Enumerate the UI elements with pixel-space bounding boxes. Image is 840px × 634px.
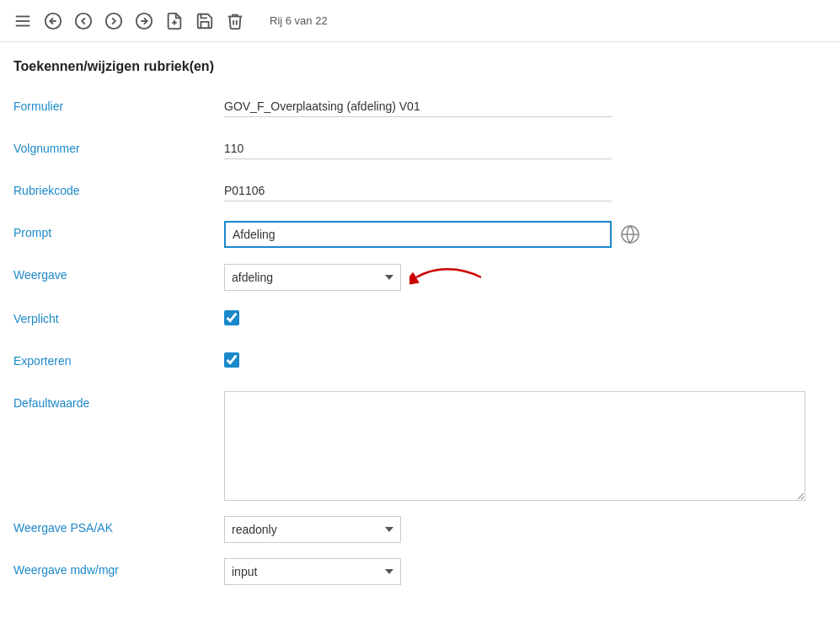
- verplicht-row: Verplicht: [13, 307, 827, 334]
- page-title: Toekennen/wijzigen rubriek(en): [13, 59, 827, 74]
- defaultwaarde-label: Defaultwaarde: [13, 391, 224, 410]
- weergave-row: Weergave afdeling input readonly hidden: [13, 263, 827, 292]
- exporteren-row: Exporteren: [13, 349, 827, 376]
- weergave-psa-label: Weergave PSA/AK: [13, 516, 224, 535]
- volgnummer-row: Volgnummer 110: [13, 137, 827, 164]
- save-icon[interactable]: [192, 8, 217, 34]
- rubriekcode-label: Rubriekcode: [13, 179, 224, 197]
- prompt-label: Prompt: [13, 221, 224, 239]
- defaultwaarde-textarea[interactable]: [224, 391, 805, 501]
- weergave-psa-select[interactable]: readonly input hidden: [224, 516, 401, 543]
- prompt-input[interactable]: [224, 221, 612, 248]
- verplicht-checkbox[interactable]: [224, 310, 239, 325]
- formulier-value: GOV_F_Overplaatsing (afdeling) V01: [224, 94, 612, 117]
- weergave-label: Weergave: [13, 263, 224, 282]
- weergave-wrapper: afdeling input readonly hidden: [224, 263, 485, 292]
- weergave-select[interactable]: afdeling input readonly hidden: [224, 264, 401, 291]
- svg-point-6: [106, 13, 121, 28]
- exporteren-label: Exporteren: [13, 349, 224, 368]
- forward-icon[interactable]: [131, 8, 157, 34]
- weergave-psa-row: Weergave PSA/AK readonly input hidden: [13, 516, 827, 543]
- rubriekcode-value: P01106: [224, 179, 612, 201]
- weergave-mdw-row: Weergave mdw/mgr input readonly hidden: [13, 558, 827, 585]
- verplicht-label: Verplicht: [13, 307, 224, 325]
- formulier-row: Formulier GOV_F_Overplaatsing (afdeling)…: [13, 94, 827, 121]
- svg-point-5: [76, 13, 91, 28]
- main-content: Toekennen/wijzigen rubriek(en) Formulier…: [0, 42, 840, 617]
- row-indicator: Rij 6 van 22: [270, 14, 328, 27]
- weergave-mdw-label: Weergave mdw/mgr: [13, 558, 224, 577]
- volgnummer-value: 110: [224, 137, 612, 159]
- prompt-row: Prompt: [13, 221, 827, 248]
- exporteren-checkbox[interactable]: [224, 352, 239, 368]
- rubriekcode-row: Rubriekcode P01106: [13, 179, 827, 206]
- red-arrow-annotation: [409, 263, 485, 292]
- list-icon[interactable]: [10, 8, 35, 34]
- weergave-mdw-select[interactable]: input readonly hidden: [224, 558, 401, 585]
- delete-icon[interactable]: [222, 8, 248, 34]
- exporteren-checkbox-wrapper: [224, 349, 239, 368]
- translate-icon[interactable]: [618, 223, 642, 246]
- toolbar: Rij 6 van 22: [0, 0, 840, 42]
- back-icon[interactable]: [40, 8, 66, 34]
- formulier-label: Formulier: [13, 94, 224, 113]
- next-icon[interactable]: [101, 8, 126, 34]
- prev-icon[interactable]: [71, 8, 96, 34]
- volgnummer-label: Volgnummer: [13, 137, 224, 155]
- new-icon[interactable]: [162, 8, 187, 34]
- verplicht-checkbox-wrapper: [224, 307, 239, 325]
- defaultwaarde-row: Defaultwaarde: [13, 391, 827, 501]
- prompt-input-wrapper: [224, 221, 642, 248]
